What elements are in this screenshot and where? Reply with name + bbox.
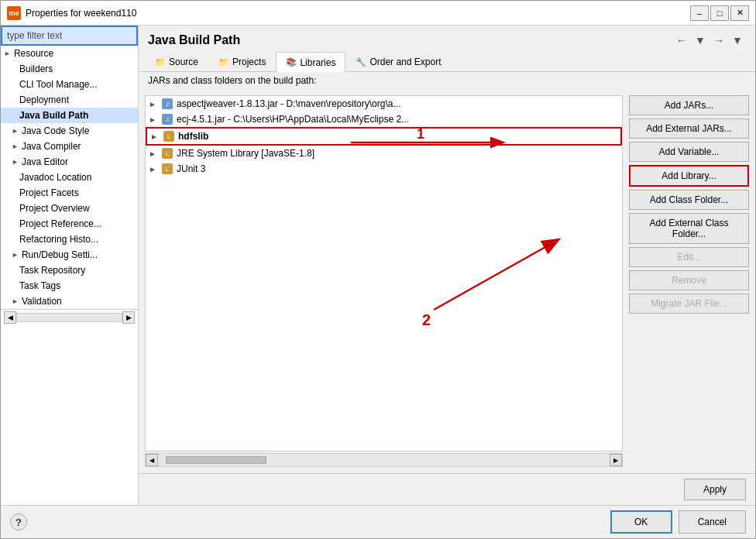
tree-item-ecj[interactable]: ► J ecj-4.5.1.jar - C:\Users\HP\AppData\… <box>146 112 622 127</box>
add-library-wrapper: Add Library... <box>629 165 749 187</box>
sidebar-scroll-left[interactable]: ◀ <box>4 311 16 324</box>
panel-body: ► J aspectjweaver-1.8.13.jar - D:\maven\… <box>139 89 755 473</box>
tab-label: Order and Export <box>369 57 441 67</box>
jar-icon: J <box>161 98 174 110</box>
panel-header: Java Build Path ← ▼ → ▼ <box>139 26 755 52</box>
tree-item-hdfslib[interactable]: ► L hdfslib <box>146 127 622 146</box>
remove-button[interactable]: Remove <box>629 270 749 290</box>
nav-buttons: ← ▼ → ▼ <box>673 32 746 49</box>
tree-item-jre[interactable]: ► L JRE System Library [JavaSE-1.8] <box>146 146 622 161</box>
ok-button[interactable]: OK <box>610 510 672 534</box>
tree-item-junit[interactable]: ► L JUnit 3 <box>146 161 622 177</box>
expand-arrow: ► <box>12 297 19 305</box>
footer-bar: ? OK Cancel <box>1 505 755 538</box>
cancel-button[interactable]: Cancel <box>679 510 746 534</box>
sidebar-item-refactoring[interactable]: Refactoring Histo... <box>1 232 138 247</box>
title-bar: me Properties for weekend110 – □ ✕ <box>1 1 755 26</box>
sidebar-item-validation[interactable]: ► Validation <box>1 294 138 309</box>
sidebar-scroll-right[interactable]: ▶ <box>122 311 135 324</box>
tab-libraries[interactable]: 📚 Libraries <box>276 52 345 72</box>
help-button[interactable]: ? <box>10 513 27 530</box>
sidebar-item-java-editor[interactable]: ► Java Editor <box>1 154 138 170</box>
edit-button[interactable]: Edit... <box>629 247 749 267</box>
sidebar-item-project-facets[interactable]: Project Facets <box>1 185 138 201</box>
tab-label: Projects <box>232 57 266 67</box>
tree-wrapper: ► J aspectjweaver-1.8.13.jar - D:\maven\… <box>145 95 623 467</box>
tab-projects[interactable]: 📁 Projects <box>208 52 276 71</box>
sidebar-item-label: Resource <box>14 48 53 59</box>
tabs: 📁 Source 📁 Projects 📚 Libraries 🔧 Order … <box>139 52 755 72</box>
sidebar-item-label: Project Reference... <box>19 218 101 229</box>
footer-right: OK Cancel <box>610 510 746 534</box>
nav-forward-dropdown[interactable]: ▼ <box>729 32 746 49</box>
scroll-left-button[interactable]: ◀ <box>146 454 158 466</box>
tree-expand-icon: ► <box>149 115 161 124</box>
junit-icon: L <box>161 163 174 175</box>
sidebar-item-label: Refactoring Histo... <box>19 234 98 245</box>
source-tab-icon: 📁 <box>155 57 166 67</box>
close-button[interactable]: ✕ <box>730 5 749 21</box>
tree-expand-icon: ► <box>149 165 161 173</box>
migrate-jar-button[interactable]: Migrate JAR File... <box>629 294 749 314</box>
apply-button[interactable]: Apply <box>684 479 746 500</box>
main-window: me Properties for weekend110 – □ ✕ type … <box>0 0 756 539</box>
sidebar-item-label: Validation <box>22 296 62 307</box>
maximize-button[interactable]: □ <box>710 5 729 21</box>
tree-area: ► J aspectjweaver-1.8.13.jar - D:\maven\… <box>145 95 623 451</box>
sidebar-item-label: Deployment <box>19 94 69 105</box>
sidebar-item-deployment[interactable]: Deployment <box>1 92 138 108</box>
sidebar-item-label: Run/Debug Setti... <box>22 249 98 260</box>
sidebar-item-javadoc[interactable]: Javadoc Location <box>1 170 138 185</box>
add-variable-button[interactable]: Add Variable... <box>629 142 749 162</box>
sidebar-item-label: CLI Tool Manage... <box>19 79 98 90</box>
nav-back-button[interactable]: ← <box>673 32 690 49</box>
add-jars-button[interactable]: Add JARs... <box>629 95 749 115</box>
sidebar-item-project-reference[interactable]: Project Reference... <box>1 216 138 232</box>
expand-arrow: ► <box>4 50 11 57</box>
sidebar-item-java-code-style[interactable]: ► Java Code Style <box>1 123 138 139</box>
expand-arrow: ► <box>12 158 19 166</box>
tree-item-aspectjweaver[interactable]: ► J aspectjweaver-1.8.13.jar - D:\maven\… <box>146 96 622 112</box>
jar-icon: J <box>161 113 174 125</box>
panel-title: Java Build Path <box>148 33 240 47</box>
main-content: type filter text ► Resource Builders CLI… <box>1 26 755 505</box>
tab-order-export[interactable]: 🔧 Order and Export <box>345 52 451 71</box>
add-external-jars-button[interactable]: Add External JARs... <box>629 118 749 139</box>
sidebar-item-resource[interactable]: ► Resource <box>1 46 138 61</box>
sidebar-item-task-tags[interactable]: Task Tags <box>1 278 138 294</box>
scrollbar-thumb[interactable] <box>166 456 266 464</box>
add-external-class-folder-button[interactable]: Add External Class Folder... <box>629 213 749 244</box>
sidebar-item-label: Builders <box>19 64 53 74</box>
tree-item-label: JRE System Library [JavaSE-1.8] <box>177 148 314 159</box>
tree-item-label: hdfslib <box>178 131 208 142</box>
sidebar-item-java-compiler[interactable]: ► Java Compiler <box>1 139 138 154</box>
lib-icon: L <box>163 130 175 142</box>
tree-expand-icon: ► <box>150 132 163 141</box>
sidebar: type filter text ► Resource Builders CLI… <box>1 26 139 505</box>
sidebar-item-java-build-path[interactable]: Java Build Path <box>1 108 138 123</box>
expand-arrow: ► <box>12 142 19 150</box>
sidebar-item-task-repository[interactable]: Task Repository <box>1 263 138 278</box>
libraries-tab-icon: 📚 <box>286 57 297 67</box>
sidebar-item-project-overview[interactable]: Project Overview <box>1 201 138 216</box>
tab-label: Source <box>169 57 198 67</box>
filter-input[interactable]: type filter text <box>1 26 138 46</box>
app-icon: me <box>7 6 21 20</box>
tree-expand-icon: ► <box>149 100 161 108</box>
sidebar-item-cli[interactable]: CLI Tool Manage... <box>1 77 138 92</box>
tree-expand-icon: ► <box>149 149 161 158</box>
add-library-button[interactable]: Add Library... <box>631 167 747 185</box>
sidebar-item-builders[interactable]: Builders <box>1 61 138 77</box>
nav-back-dropdown[interactable]: ▼ <box>692 32 709 49</box>
minimize-button[interactable]: – <box>690 5 709 21</box>
sidebar-item-label: Task Tags <box>19 280 60 291</box>
tab-source[interactable]: 📁 Source <box>145 52 208 71</box>
description-text: JARs and class folders on the build path… <box>139 72 755 89</box>
buttons-panel: Add JARs... Add External JARs... Add Var… <box>629 95 749 467</box>
window-controls: – □ ✕ <box>690 5 749 21</box>
add-class-folder-button[interactable]: Add Class Folder... <box>629 190 749 210</box>
nav-forward-button[interactable]: → <box>710 32 727 49</box>
sidebar-item-run-debug[interactable]: ► Run/Debug Setti... <box>1 247 138 263</box>
scroll-right-button[interactable]: ▶ <box>610 454 622 466</box>
sidebar-item-label: Java Compiler <box>22 141 81 152</box>
